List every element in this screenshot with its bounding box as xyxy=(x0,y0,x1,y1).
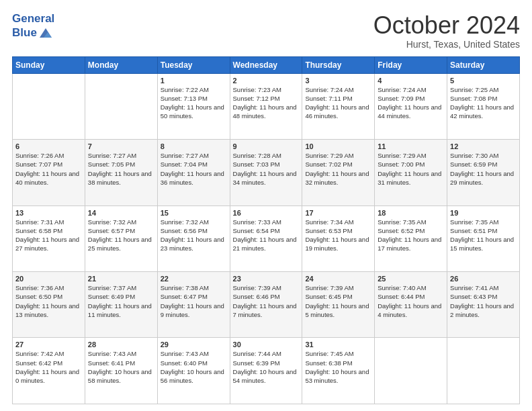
day-number: 22 xyxy=(161,275,227,283)
day-info: Sunrise: 7:28 AMSunset: 7:03 PMDaylight:… xyxy=(233,151,300,187)
calendar-cell: 17Sunrise: 7:34 AMSunset: 6:53 PMDayligh… xyxy=(302,205,375,271)
day-number: 12 xyxy=(450,142,517,150)
week-row-1: 1Sunrise: 7:22 AMSunset: 7:13 PMDaylight… xyxy=(13,73,520,139)
day-info: Sunrise: 7:42 AMSunset: 6:42 PMDaylight:… xyxy=(15,349,82,385)
day-number: 14 xyxy=(88,209,154,217)
day-number: 6 xyxy=(15,142,82,150)
day-info: Sunrise: 7:32 AMSunset: 6:57 PMDaylight:… xyxy=(88,218,154,253)
day-number: 4 xyxy=(378,77,444,85)
calendar-cell: 7Sunrise: 7:27 AMSunset: 7:05 PMDaylight… xyxy=(85,140,157,205)
calendar-cell: 15Sunrise: 7:32 AMSunset: 6:56 PMDayligh… xyxy=(157,205,230,271)
day-number: 8 xyxy=(161,142,227,150)
calendar-cell: 26Sunrise: 7:41 AMSunset: 6:43 PMDayligh… xyxy=(447,272,520,338)
day-info: Sunrise: 7:38 AMSunset: 6:47 PMDaylight:… xyxy=(161,283,227,319)
day-number: 17 xyxy=(305,209,371,217)
calendar-cell: 23Sunrise: 7:39 AMSunset: 6:46 PMDayligh… xyxy=(230,272,302,338)
calendar-cell: 18Sunrise: 7:35 AMSunset: 6:52 PMDayligh… xyxy=(375,205,447,271)
day-number: 7 xyxy=(88,142,154,150)
day-info: Sunrise: 7:45 AMSunset: 6:38 PMDaylight:… xyxy=(305,349,371,385)
calendar-header-row: Sunday Monday Tuesday Wednesday Thursday… xyxy=(13,56,520,73)
week-row-4: 20Sunrise: 7:36 AMSunset: 6:50 PMDayligh… xyxy=(13,272,520,338)
calendar-cell xyxy=(13,73,85,139)
calendar-cell xyxy=(85,73,157,139)
day-number: 10 xyxy=(305,142,371,150)
col-monday: Monday xyxy=(85,56,157,73)
calendar-cell: 8Sunrise: 7:27 AMSunset: 7:04 PMDaylight… xyxy=(157,140,230,205)
calendar-cell xyxy=(375,338,447,404)
col-thursday: Thursday xyxy=(302,56,375,73)
day-number: 16 xyxy=(233,209,300,217)
day-number: 27 xyxy=(15,340,82,349)
calendar-cell: 1Sunrise: 7:22 AMSunset: 7:13 PMDaylight… xyxy=(157,73,230,139)
header: General Blue October 2024 Hurst, Texas, … xyxy=(12,12,520,50)
day-info: Sunrise: 7:39 AMSunset: 6:45 PMDaylight:… xyxy=(305,283,371,319)
calendar-cell: 30Sunrise: 7:44 AMSunset: 6:39 PMDayligh… xyxy=(230,338,302,404)
calendar-cell: 19Sunrise: 7:35 AMSunset: 6:51 PMDayligh… xyxy=(447,205,520,271)
day-info: Sunrise: 7:39 AMSunset: 6:46 PMDaylight:… xyxy=(233,283,300,319)
day-number: 9 xyxy=(233,142,300,150)
day-number: 15 xyxy=(161,209,227,217)
day-info: Sunrise: 7:34 AMSunset: 6:53 PMDaylight:… xyxy=(305,218,371,253)
day-info: Sunrise: 7:44 AMSunset: 6:39 PMDaylight:… xyxy=(233,349,300,385)
title-block: October 2024 Hurst, Texas, United States xyxy=(373,12,520,50)
day-info: Sunrise: 7:26 AMSunset: 7:07 PMDaylight:… xyxy=(15,151,82,187)
day-number: 21 xyxy=(88,275,154,283)
calendar-cell: 9Sunrise: 7:28 AMSunset: 7:03 PMDaylight… xyxy=(230,140,302,205)
day-info: Sunrise: 7:37 AMSunset: 6:49 PMDaylight:… xyxy=(88,283,154,319)
calendar-cell: 4Sunrise: 7:24 AMSunset: 7:09 PMDaylight… xyxy=(375,73,447,139)
day-info: Sunrise: 7:27 AMSunset: 7:04 PMDaylight:… xyxy=(161,151,227,187)
location: Hurst, Texas, United States xyxy=(373,39,520,50)
day-info: Sunrise: 7:27 AMSunset: 7:05 PMDaylight:… xyxy=(88,151,154,187)
day-info: Sunrise: 7:43 AMSunset: 6:40 PMDaylight:… xyxy=(161,349,227,385)
day-info: Sunrise: 7:23 AMSunset: 7:12 PMDaylight:… xyxy=(233,85,300,121)
day-number: 23 xyxy=(233,275,300,283)
calendar-cell: 31Sunrise: 7:45 AMSunset: 6:38 PMDayligh… xyxy=(302,338,375,404)
calendar-cell: 3Sunrise: 7:24 AMSunset: 7:11 PMDaylight… xyxy=(302,73,375,139)
calendar-cell: 12Sunrise: 7:30 AMSunset: 6:59 PMDayligh… xyxy=(447,140,520,205)
day-number: 13 xyxy=(15,209,82,217)
day-info: Sunrise: 7:35 AMSunset: 6:52 PMDaylight:… xyxy=(378,218,444,253)
calendar-cell: 10Sunrise: 7:29 AMSunset: 7:02 PMDayligh… xyxy=(302,140,375,205)
day-number: 2 xyxy=(233,77,300,85)
logo: General Blue xyxy=(12,12,54,40)
day-info: Sunrise: 7:41 AMSunset: 6:43 PMDaylight:… xyxy=(450,283,517,319)
calendar-cell: 27Sunrise: 7:42 AMSunset: 6:42 PMDayligh… xyxy=(13,338,85,404)
day-number: 19 xyxy=(450,209,517,217)
week-row-2: 6Sunrise: 7:26 AMSunset: 7:07 PMDaylight… xyxy=(13,140,520,205)
calendar-cell: 22Sunrise: 7:38 AMSunset: 6:47 PMDayligh… xyxy=(157,272,230,338)
calendar-table: Sunday Monday Tuesday Wednesday Thursday… xyxy=(12,56,520,404)
calendar-cell: 14Sunrise: 7:32 AMSunset: 6:57 PMDayligh… xyxy=(85,205,157,271)
day-number: 24 xyxy=(305,275,371,283)
page: General Blue October 2024 Hurst, Texas, … xyxy=(0,0,532,411)
calendar-cell xyxy=(447,338,520,404)
logo-blue: Blue xyxy=(12,26,37,40)
calendar-cell: 16Sunrise: 7:33 AMSunset: 6:54 PMDayligh… xyxy=(230,205,302,271)
day-number: 11 xyxy=(378,142,444,150)
day-number: 28 xyxy=(88,340,154,349)
week-row-3: 13Sunrise: 7:31 AMSunset: 6:58 PMDayligh… xyxy=(13,205,520,271)
day-info: Sunrise: 7:24 AMSunset: 7:09 PMDaylight:… xyxy=(378,85,444,121)
calendar-cell: 24Sunrise: 7:39 AMSunset: 6:45 PMDayligh… xyxy=(302,272,375,338)
calendar-cell: 28Sunrise: 7:43 AMSunset: 6:41 PMDayligh… xyxy=(85,338,157,404)
calendar-cell: 5Sunrise: 7:25 AMSunset: 7:08 PMDaylight… xyxy=(447,73,520,139)
calendar-cell: 13Sunrise: 7:31 AMSunset: 6:58 PMDayligh… xyxy=(13,205,85,271)
day-info: Sunrise: 7:31 AMSunset: 6:58 PMDaylight:… xyxy=(15,218,82,253)
day-info: Sunrise: 7:35 AMSunset: 6:51 PMDaylight:… xyxy=(450,218,517,253)
logo-icon xyxy=(38,26,53,40)
day-number: 5 xyxy=(450,77,517,85)
week-row-5: 27Sunrise: 7:42 AMSunset: 6:42 PMDayligh… xyxy=(13,338,520,404)
day-number: 18 xyxy=(378,209,444,217)
day-info: Sunrise: 7:30 AMSunset: 6:59 PMDaylight:… xyxy=(450,151,517,187)
day-info: Sunrise: 7:43 AMSunset: 6:41 PMDaylight:… xyxy=(88,349,154,385)
calendar-cell: 29Sunrise: 7:43 AMSunset: 6:40 PMDayligh… xyxy=(157,338,230,404)
col-friday: Friday xyxy=(375,56,447,73)
day-info: Sunrise: 7:40 AMSunset: 6:44 PMDaylight:… xyxy=(378,283,444,319)
day-number: 29 xyxy=(161,340,227,349)
calendar-cell: 20Sunrise: 7:36 AMSunset: 6:50 PMDayligh… xyxy=(13,272,85,338)
day-info: Sunrise: 7:36 AMSunset: 6:50 PMDaylight:… xyxy=(15,283,82,319)
day-number: 30 xyxy=(233,340,300,349)
logo-general: General xyxy=(12,12,54,26)
day-info: Sunrise: 7:25 AMSunset: 7:08 PMDaylight:… xyxy=(450,85,517,121)
month-title: October 2024 xyxy=(373,12,520,39)
col-saturday: Saturday xyxy=(447,56,520,73)
